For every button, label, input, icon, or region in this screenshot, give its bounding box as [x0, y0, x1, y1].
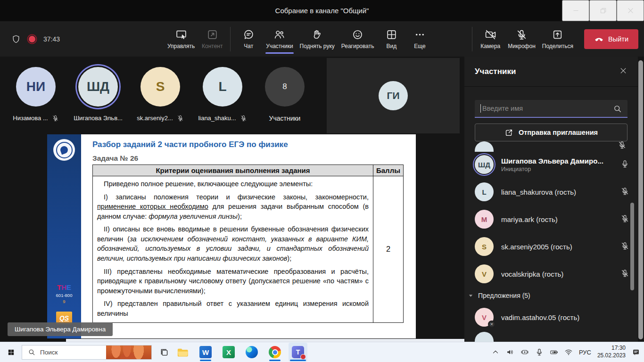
participant-row[interactable]: L liana_shakurova (гость) [464, 178, 638, 206]
participant-row[interactable]: S sk.arseniy2005 (гость) [464, 233, 638, 260]
mic-off-button[interactable] [620, 187, 629, 197]
start-button[interactable] [0, 342, 22, 362]
mic-off-button[interactable] [620, 269, 629, 279]
search-label: Поиск [40, 349, 58, 356]
taskbar-search[interactable]: Поиск [22, 345, 152, 360]
volume-button[interactable] [506, 348, 514, 356]
criteria-item-3: III) представлены необходимые математиче… [97, 267, 369, 296]
search-icon [613, 104, 622, 113]
participant-name: liana_shakurova (гость) [501, 188, 620, 196]
slide-content: Разбор заданий 2 части пробного ЕГЭ по ф… [81, 134, 416, 338]
tray-chevron-button[interactable] [491, 348, 500, 356]
react-button[interactable]: Реагировать [338, 29, 378, 49]
language-indicator[interactable]: РУС [579, 349, 591, 356]
people-icon [273, 29, 285, 41]
file-explorer-button[interactable] [173, 343, 192, 362]
task-view-icon [159, 347, 169, 357]
record-indicator [29, 36, 35, 42]
manage-button[interactable]: Управлять [164, 29, 198, 49]
participant-tile[interactable]: НИ Низамова ... [5, 59, 67, 122]
teams-meeting-window: Собрание в канале "Общий" 37:43 Управлят… [0, 0, 644, 362]
participant-row[interactable]: ШД Шигапова Эльвера Дамиро...Инициатор [464, 151, 638, 178]
send-invite-button[interactable]: Отправка приглашения [475, 123, 627, 141]
participant-name: vocalskripka (гость) [501, 270, 620, 278]
mic-off-icon [52, 115, 59, 122]
participants-button[interactable]: Участники [263, 29, 296, 49]
mic-off-button[interactable] [620, 214, 629, 224]
participant-tile[interactable]: L liana_shaku... [191, 59, 254, 122]
edge-button[interactable] [242, 343, 261, 362]
clock[interactable]: 17:3025.02.2023 [597, 345, 626, 359]
panel-scrollbar[interactable] [630, 203, 634, 290]
teams-button[interactable]: T [289, 343, 307, 362]
meet-now-button[interactable] [520, 348, 529, 356]
panel-close-button[interactable] [619, 66, 627, 76]
avatar: V✕ [475, 308, 494, 327]
avatar: L [475, 182, 494, 201]
minimize-button[interactable] [562, 0, 589, 21]
view-button[interactable]: Вид [377, 29, 405, 49]
avatar: L [203, 67, 242, 107]
excel-button[interactable]: X [219, 343, 238, 362]
participant-name: mariya.ark (гость) [501, 215, 620, 223]
search-input[interactable] [482, 105, 613, 112]
suggestion-row[interactable]: V✕ vadim.astahov.05 (гость) [464, 304, 638, 331]
participant-tile[interactable]: S sk.arseniy2... [129, 59, 191, 122]
windows-taskbar: Поиск W X T РУС 17:3025.02.2023 [0, 342, 644, 362]
offline-badge: ✕ [488, 321, 495, 328]
grid-icon [386, 29, 397, 41]
slide-task-number: Задача № 26 [92, 154, 404, 163]
video-tile[interactable]: ГИ [327, 58, 460, 133]
mic-button[interactable]: Микрофон [504, 29, 538, 49]
meeting-timer: 37:43 [43, 35, 60, 43]
suggestions-section-header[interactable]: Предложения (5) [464, 288, 638, 304]
participant-count: 8 [265, 67, 305, 107]
slide-sidebar: THE 601-8009 QS 13 [47, 134, 81, 338]
mic-on-button[interactable] [620, 159, 629, 170]
participant-row[interactable]: V vocalskripka (гость) [464, 260, 638, 288]
panel-header: Участники [464, 57, 638, 87]
shared-screen-document: THE 601-8009 QS 13 Разбор заданий 2 част… [47, 134, 416, 338]
network-button[interactable] [564, 348, 573, 356]
word-button[interactable]: W [196, 343, 215, 362]
participant-role: Инициатор [501, 166, 620, 173]
toolbar-divider [230, 27, 231, 51]
wifi-icon [564, 348, 573, 356]
meeting-meta: 37:43 [11, 21, 60, 57]
camera-off-icon [485, 29, 496, 41]
criteria-table: Критерии оценивания выполнения задания Б… [92, 165, 404, 323]
meeting-toolbar: 37:43 Управлять Контент Чат Участники По… [0, 21, 644, 57]
raise-hand-button[interactable]: Поднять руку [297, 29, 338, 49]
chrome-icon [269, 346, 281, 358]
camera-button[interactable]: Камера [476, 29, 504, 49]
tray-mic-button[interactable] [535, 348, 544, 356]
leave-icon [594, 34, 604, 44]
restore-button[interactable] [589, 0, 617, 21]
window-scrollbar[interactable] [638, 60, 643, 339]
content-button[interactable]: Контент [198, 29, 226, 49]
mic-icon [535, 348, 544, 356]
university-logo [53, 139, 75, 161]
chrome-button[interactable] [265, 343, 284, 362]
leave-button[interactable]: Выйти [584, 29, 638, 49]
share-invite-icon [504, 128, 513, 137]
participant-search[interactable] [475, 100, 627, 118]
speaker-tooltip: Шигапова Эльвера Дамировна [8, 322, 113, 336]
close-button[interactable] [617, 0, 644, 21]
screen-control-icon [175, 29, 187, 41]
participant-row[interactable]: M mariya.ark (гость) [464, 206, 638, 233]
more-button[interactable]: Еще [405, 29, 434, 49]
taskbar-apps: W X T [173, 343, 307, 362]
mic-off-button[interactable] [620, 241, 629, 252]
hand-icon [311, 29, 323, 41]
battery-button[interactable] [550, 348, 558, 356]
action-center-button[interactable] [632, 348, 640, 356]
participant-count-tile[interactable]: 8 Участники [254, 59, 316, 122]
chat-button[interactable]: Чат [234, 29, 263, 49]
participant-tile[interactable]: ШД Шигапова Эльв... [67, 59, 129, 122]
smile-icon [352, 29, 363, 41]
the-ranking-logo: THE [47, 283, 81, 291]
task-view-button[interactable] [159, 347, 169, 357]
share-button[interactable]: Поделиться [539, 29, 577, 49]
chevron-down-icon [468, 293, 473, 298]
